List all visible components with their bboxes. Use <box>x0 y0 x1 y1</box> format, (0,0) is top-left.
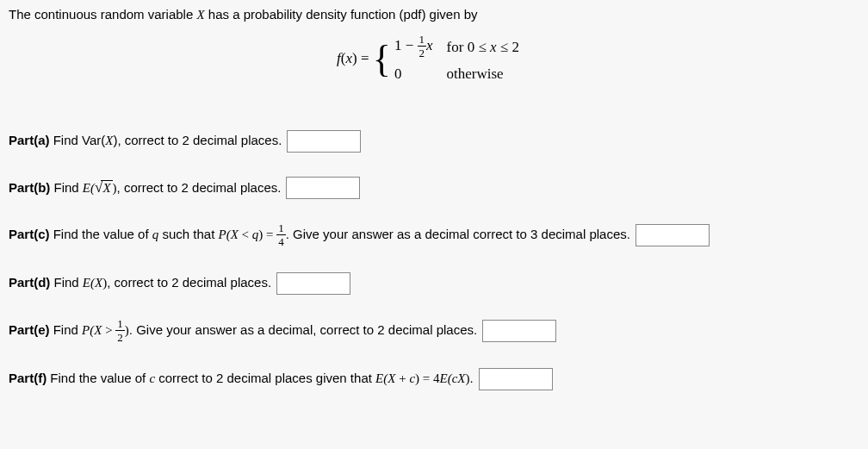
part-f-rx: X <box>457 371 465 385</box>
part-f-ropen: E( <box>440 371 452 385</box>
part-b-t1: Find <box>50 180 83 195</box>
part-d-x: X <box>95 276 102 290</box>
part-a-t2: ), correct to 2 decimal places. <box>113 133 282 147</box>
part-d-label: Part(d) <box>9 275 50 290</box>
part-e-label: Part(e) <box>9 322 50 337</box>
intro-prefix: The continuous random variable <box>9 7 196 22</box>
piece2-cond: otherwise <box>447 65 504 82</box>
part-f-t2: correct to 2 decimal places given that <box>155 371 375 385</box>
intro-suffix: has a probability density function (pdf)… <box>205 7 478 22</box>
part-b-input[interactable] <box>286 177 360 199</box>
part-c-popen: P( <box>218 228 230 241</box>
part-b-e-open: E( <box>83 181 95 195</box>
piece1-for: for <box>447 39 468 55</box>
piece1-cond-var: x <box>490 39 497 55</box>
part-a-label: Part(a) <box>9 133 50 147</box>
part-e-input[interactable] <box>482 320 556 342</box>
part-b-label: Part(b) <box>9 180 50 195</box>
piecewise-table: 1 − 12x for 0 ≤ x ≤ 2 0 otherwise <box>393 33 531 87</box>
piece1-hi: ≤ 2 <box>497 39 519 55</box>
part-c-t3: . Give your answer as a decimal correct … <box>286 227 630 241</box>
piece2-val: 0 <box>394 65 402 82</box>
piece1-frac: 12 <box>418 34 427 59</box>
part-e-t2: . Give your answer as a decimal, correct… <box>129 322 477 337</box>
part-f-label: Part(f) <box>9 371 46 385</box>
part-f-t1: Find the value of <box>46 371 149 385</box>
piece1-lead: 1 − <box>394 37 418 53</box>
pdf-definition: f(x) = { 1 − 12x for 0 ≤ x ≤ 2 0 otherwi… <box>9 33 859 87</box>
part-c-label: Part(c) <box>9 227 50 241</box>
part-d-input[interactable] <box>276 272 350 295</box>
part-c-t2: such that <box>158 227 218 241</box>
pdf-x: x <box>346 50 353 66</box>
piece1-var: x <box>426 37 433 53</box>
part-f-t3: . <box>470 371 474 385</box>
part-e-t1: Find <box>50 322 83 337</box>
piece1-lo: 0 ≤ <box>468 39 490 55</box>
part-c-pclose: ) = <box>258 228 276 241</box>
part-e-gt: > <box>102 323 115 337</box>
part-b-sqrt: √X <box>95 177 113 199</box>
part-b: Part(b) Find E(√X), correct to 2 decimal… <box>9 177 859 199</box>
part-c-frac: 14 <box>276 222 286 247</box>
problem-intro: The continuous random variable X has a p… <box>9 5 859 24</box>
part-a: Part(a) Find Var(X), correct to 2 decima… <box>9 130 859 153</box>
part-c-x: X <box>231 228 239 241</box>
part-d: Part(d) Find E(X), correct to 2 decimal … <box>9 272 859 295</box>
part-b-t2: , correct to 2 decimal places. <box>117 180 282 195</box>
part-d-t1: Find <box>50 275 83 290</box>
part-c-t1: Find the value of <box>50 227 152 241</box>
part-e-x: X <box>94 323 102 337</box>
part-a-input[interactable] <box>287 130 361 153</box>
part-f-lplus: + <box>395 371 409 385</box>
part-d-eopen: E( <box>83 276 95 290</box>
left-brace: { <box>373 42 391 77</box>
part-a-t1: Find Var( <box>50 133 106 147</box>
part-c-lt: < <box>239 228 252 241</box>
part-f-lclose: ) = 4 <box>415 371 439 385</box>
part-e: Part(e) Find P(X > 12). Give your answer… <box>9 319 859 344</box>
part-c-input[interactable] <box>636 224 710 246</box>
part-e-popen: P( <box>82 323 94 337</box>
intro-var: X <box>196 8 204 22</box>
part-f-input[interactable] <box>479 368 553 390</box>
part-d-t2: , correct to 2 decimal places. <box>107 275 271 290</box>
part-f-lopen: E( <box>375 371 388 385</box>
pdf-eq: ) = <box>352 50 373 66</box>
part-f: Part(f) Find the value of c correct to 2… <box>9 368 859 390</box>
part-c: Part(c) Find the value of q such that P(… <box>9 223 859 248</box>
part-e-frac: 12 <box>115 318 125 343</box>
